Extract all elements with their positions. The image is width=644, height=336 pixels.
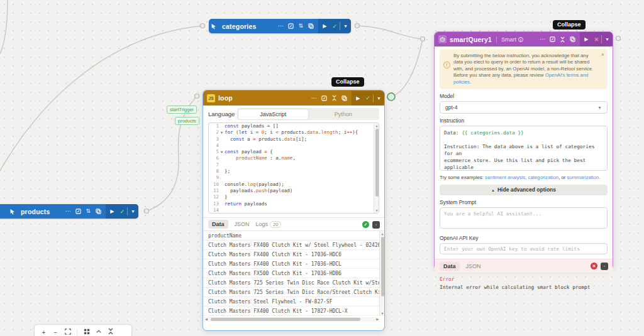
- model-select[interactable]: gpt-4 ▼: [440, 101, 608, 114]
- duplicate-icon[interactable]: [339, 91, 349, 106]
- smartquery-header[interactable]: smartQuery1 Smart i ⋯ ▶ ✕ ▼: [435, 32, 613, 46]
- example-link[interactable]: categorization: [528, 175, 559, 180]
- zoom-out-icon[interactable]: −: [50, 328, 61, 336]
- table-row[interactable]: Clutch Masters FX500 Clutch Kit - 17036-…: [203, 269, 384, 278]
- language-option-javascript[interactable]: JavaScript: [238, 109, 309, 119]
- collapse-all-icon[interactable]: [105, 328, 116, 336]
- instruction-editor[interactable]: Data: {{ categories.data }} Instruction:…: [440, 126, 608, 171]
- more-options-icon[interactable]: ⋯: [309, 91, 319, 106]
- zoom-in-icon[interactable]: +: [38, 328, 49, 336]
- api-key-input[interactable]: [440, 243, 608, 254]
- node-products[interactable]: products ⋯ ⇅ ▶ ✓ ▼: [0, 204, 138, 219]
- api-key-label: OpenAI API Key: [440, 235, 608, 241]
- expand-all-icon[interactable]: [93, 328, 104, 336]
- logs-count-badge: 20: [270, 221, 281, 228]
- loop-output-tabs: Data JSON Logs 20 ✓ ◦: [203, 217, 384, 230]
- run-icon[interactable]: ▶: [352, 95, 363, 101]
- comment-icon[interactable]: [547, 32, 557, 46]
- run-menu-chevron-icon[interactable]: ▼: [128, 209, 138, 214]
- table-scrollbar[interactable]: ▲ ▼: [379, 231, 384, 316]
- table-row[interactable]: Clutch Masters FX400 Clutch Kit - 17036-…: [203, 250, 384, 259]
- system-prompt-input[interactable]: [440, 207, 608, 229]
- notes-icon[interactable]: [117, 328, 128, 336]
- fold-icon[interactable]: ▼: [219, 149, 225, 155]
- node-categories[interactable]: categories ⋯ ⇅ ▶ ✓ ▼: [209, 19, 351, 33]
- duplicate-icon[interactable]: [306, 19, 316, 33]
- duplicate-icon[interactable]: [93, 204, 103, 219]
- hide-advanced-options-button[interactable]: ▲Hide advanced options: [440, 185, 608, 195]
- tab-json[interactable]: JSON: [235, 221, 250, 227]
- code-lines: 1const payloads = []2▼for (let i = 0; i …: [209, 123, 379, 214]
- code-scrollbar[interactable]: ▲ ▼: [374, 123, 379, 213]
- mode-selector[interactable]: Smart i: [496, 36, 523, 43]
- line-number: 12: [209, 194, 219, 200]
- table-horizontal-scrollbar[interactable]: ◀ ▶: [204, 317, 379, 322]
- node-smartquery1[interactable]: smartQuery1 Smart i ⋯ ▶ ✕ ▼ ! By submitt…: [434, 31, 613, 270]
- comment-icon[interactable]: [319, 91, 329, 106]
- tab-data[interactable]: Data: [440, 262, 460, 271]
- text-segment: Instruction: The data above is a list of…: [444, 144, 594, 156]
- comment-icon[interactable]: [286, 19, 296, 33]
- table-row[interactable]: Clutch Masters 725 Series Twin Disc Race…: [203, 288, 384, 297]
- fold-icon[interactable]: ▼: [219, 129, 225, 136]
- run-icon[interactable]: ▶: [106, 209, 117, 214]
- gutter-space: [219, 136, 225, 143]
- swap-icon[interactable]: ⇅: [83, 204, 93, 219]
- table-row[interactable]: Clutch Masters FX400 Clutch Kit - 17036-…: [203, 259, 384, 269]
- canvas-toolbar: + −: [34, 324, 132, 336]
- more-options-icon[interactable]: ⋯: [275, 19, 286, 33]
- text-segment: .: [599, 175, 600, 180]
- code-line: 7: [209, 162, 379, 168]
- tab-json[interactable]: JSON: [466, 263, 481, 269]
- collapse-icon[interactable]: [557, 32, 567, 46]
- run-menu-chevron-icon[interactable]: ▼: [602, 37, 613, 41]
- instruction-line: ecommerce store. Use this list and pick …: [444, 157, 603, 171]
- table-row[interactable]: Clutch Masters FX400 Clutch Kit - 17827-…: [203, 306, 384, 316]
- code-line: 11 payloads.push(payload): [209, 188, 379, 194]
- node-loop[interactable]: JS loop ⋯ ▶ ✓ ▼ Language JavaScript Pyth…: [203, 90, 385, 331]
- line-number: 11: [209, 188, 219, 194]
- auto-layout-icon[interactable]: [81, 328, 92, 336]
- text-segment: productName: [236, 155, 267, 161]
- line-number: 13: [209, 201, 219, 207]
- tab-logs[interactable]: Logs: [256, 221, 269, 227]
- error-message: Internal error while calculating smart b…: [440, 285, 608, 290]
- table-row[interactable]: Clutch Masters FX400 Clutch Kit w/ Steel…: [203, 241, 384, 250]
- text-segment: a: [245, 136, 253, 143]
- dismiss-warning-icon[interactable]: ×: [601, 51, 604, 58]
- edge-label-starttrigger: startTrigger: [167, 106, 197, 114]
- language-option-python[interactable]: Python: [308, 109, 379, 119]
- more-options-icon[interactable]: ⋯: [537, 32, 547, 46]
- result-table: productName Clutch Masters FX400 Clutch …: [203, 230, 384, 316]
- run-icon[interactable]: ▶: [580, 36, 591, 42]
- text-segment: return: [225, 201, 242, 207]
- text-segment: payload: [239, 149, 265, 155]
- swap-icon[interactable]: ⇅: [296, 19, 306, 33]
- run-controls: ▶ ✕ ▼: [580, 32, 613, 46]
- duplicate-icon[interactable]: [567, 32, 577, 46]
- example-link[interactable]: summarization: [567, 175, 599, 180]
- tab-data[interactable]: Data: [208, 220, 228, 229]
- comment-icon[interactable]: [73, 204, 83, 219]
- collapse-icon[interactable]: [329, 91, 339, 106]
- text-segment: [i];: [296, 136, 307, 143]
- table-row[interactable]: Clutch Masters 725 Series Twin Disc Race…: [203, 278, 384, 288]
- workflow-canvas[interactable]: { "tooltips": { "collapse": "Collapse" }…: [0, 0, 644, 336]
- example-link[interactable]: sentiment analysis: [485, 175, 525, 180]
- fit-view-icon[interactable]: [62, 328, 73, 336]
- more-options-icon[interactable]: ⋯: [63, 204, 73, 219]
- debugger-icon[interactable]: ◦: [601, 263, 608, 270]
- run-menu-chevron-icon[interactable]: ▼: [374, 96, 384, 100]
- edge-loop-to-smartquery: [391, 39, 423, 97]
- code-line: 5▼const payload = {: [209, 149, 379, 155]
- table-row[interactable]: Clutch Masters Steel Flywheel - FW-827-S…: [203, 297, 384, 306]
- gutter-space: [219, 168, 225, 175]
- run-icon[interactable]: ▶: [318, 23, 330, 29]
- loop-header[interactable]: JS loop ⋯ ▶ ✓ ▼: [203, 90, 384, 106]
- run-menu-chevron-icon[interactable]: ▼: [340, 24, 351, 28]
- text-segment: : a.: [267, 155, 282, 161]
- debugger-icon[interactable]: ◦: [372, 221, 380, 229]
- line-number: 2: [209, 129, 219, 136]
- code-editor[interactable]: 1const payloads = []2▼for (let i = 0; i …: [208, 122, 379, 214]
- text-segment: }: [225, 194, 228, 200]
